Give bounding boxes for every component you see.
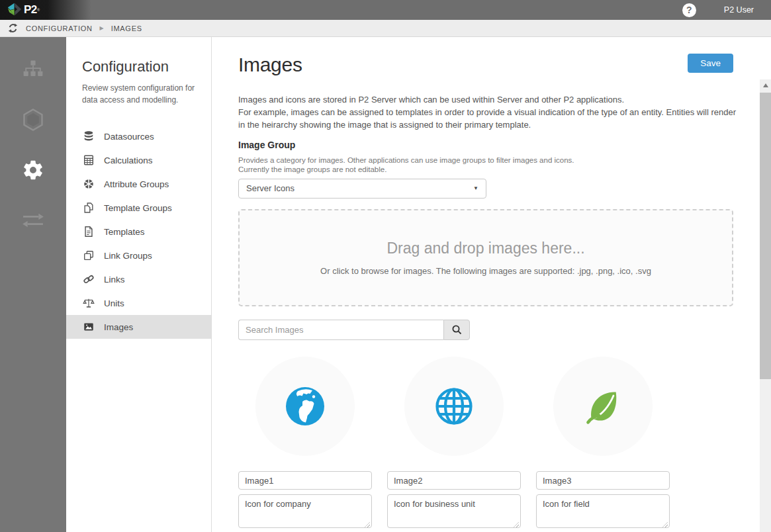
hierarchy-icon: [21, 58, 45, 81]
vertical-scrollbar[interactable]: [760, 79, 771, 532]
image-card-list: Icon for company Icon for business unit: [238, 357, 733, 531]
document-icon: [82, 225, 95, 238]
image-group-desc-line-1: Provides a category for images. Other ap…: [238, 155, 733, 165]
breadcrumb-bar: CONFIGURATION ▶ IMAGES: [0, 20, 771, 37]
p2-logo-text: P2®: [24, 1, 40, 19]
question-mark-icon: ?: [686, 5, 692, 15]
image-group-selected-option: Server Icons: [246, 183, 295, 193]
image-group-label: Image Group: [238, 140, 733, 150]
scrollbar-thumb[interactable]: [760, 93, 771, 379]
intro-text: Images and icons are stored in P2 Server…: [238, 93, 741, 131]
image-card: Icon for field: [536, 357, 670, 531]
sidebar-item-label: Calculations: [104, 155, 153, 165]
image-card: Icon for company: [238, 357, 372, 531]
sidebar-item-template-groups[interactable]: Template Groups: [66, 196, 211, 220]
sidebar-item-label: Links: [104, 275, 125, 285]
p2-logo: P2®: [7, 1, 40, 19]
overlapping-squares-icon: [82, 249, 95, 262]
sidebar-item-attribute-groups[interactable]: Attribute Groups: [66, 172, 211, 196]
sidebar-item-label: Units: [104, 298, 124, 308]
sidebar-item-units[interactable]: Units: [66, 291, 211, 315]
image-name-input[interactable]: [536, 471, 670, 490]
search-icon: [451, 324, 463, 335]
sidebar-menu: Datasources Calculations: [66, 124, 211, 339]
image-description-textarea[interactable]: Icon for field: [536, 494, 670, 528]
scrollbar-up-arrow-icon[interactable]: [763, 83, 768, 87]
intro-line-1: Images and icons are stored in P2 Server…: [238, 93, 741, 106]
image-name-input[interactable]: [238, 471, 372, 490]
transfer-arrows-icon: [21, 211, 46, 230]
leaf-icon: [583, 385, 623, 427]
image-tile: [553, 357, 653, 456]
sidebar-item-label: Datasources: [104, 132, 154, 142]
image-description-textarea[interactable]: Icon for business unit: [387, 494, 521, 528]
hexagon-icon: [20, 107, 46, 133]
search-input[interactable]: [238, 320, 443, 340]
copy-pages-icon: [82, 201, 95, 214]
image-group-description: Provides a category for images. Other ap…: [238, 155, 733, 174]
image-card: Icon for business unit: [387, 357, 521, 531]
sidebar-item-link-groups[interactable]: Link Groups: [66, 244, 211, 267]
chain-link-icon: [82, 273, 95, 286]
sidebar-item-links[interactable]: Links: [66, 267, 211, 291]
sidebar-item-label: Template Groups: [104, 203, 172, 213]
nav-settings-button[interactable]: [19, 157, 48, 183]
user-menu[interactable]: P2 User: [724, 5, 754, 15]
sidebar-item-templates[interactable]: Templates: [66, 220, 211, 244]
image-description-textarea[interactable]: Icon for company: [238, 494, 372, 528]
sidebar-item-calculations[interactable]: Calculations: [66, 148, 211, 172]
image-tile: [404, 357, 504, 456]
dropzone-subtitle: Or click to browse for images. The follo…: [240, 266, 732, 276]
calculator-grid-icon: [82, 154, 95, 167]
breadcrumb-configuration[interactable]: CONFIGURATION: [26, 24, 93, 32]
sidebar-item-images[interactable]: Images: [66, 315, 211, 339]
nav-entities-button[interactable]: [19, 107, 48, 133]
sidebar-description: Review system configuration for data acc…: [82, 82, 203, 106]
sidebar-title: Configuration: [82, 58, 211, 75]
save-button[interactable]: Save: [688, 54, 733, 73]
sidebar-item-datasources[interactable]: Datasources: [66, 124, 211, 148]
database-icon: [82, 130, 95, 143]
image-dropzone[interactable]: Drag and drop images here... Or click to…: [238, 209, 733, 306]
refresh-icon: [8, 23, 18, 33]
breadcrumb-images[interactable]: IMAGES: [111, 24, 142, 32]
nav-transfer-button[interactable]: [19, 207, 48, 234]
nav-hierarchy-button[interactable]: [19, 56, 48, 83]
search-button[interactable]: [443, 320, 470, 340]
page-title: Images: [238, 54, 733, 76]
image-search-bar: [238, 320, 733, 340]
left-nav-rail: [0, 37, 66, 532]
p2-logo-icon: [7, 1, 23, 17]
picture-icon: [82, 320, 95, 333]
chevron-down-icon: ▼: [473, 179, 478, 198]
sidebar-item-label: Attribute Groups: [104, 179, 169, 189]
globe-africa-icon: [284, 385, 326, 427]
balance-scale-icon: [82, 296, 95, 310]
image-group-select[interactable]: Server Icons ▼: [238, 179, 486, 199]
registered-mark: ®: [37, 8, 40, 12]
top-bar: P2® ? P2 User: [0, 0, 771, 20]
dropzone-title: Drag and drop images here...: [240, 240, 732, 257]
gear-icon: [22, 159, 44, 181]
image-group-desc-line-2: Currently the image groups are not edita…: [238, 165, 733, 174]
globe-grid-icon: [433, 385, 475, 427]
help-button[interactable]: ?: [682, 3, 696, 17]
sidebar-item-label: Templates: [104, 227, 145, 237]
sidebar-item-label: Images: [104, 322, 133, 332]
pie-wheel-icon: [82, 177, 95, 191]
refresh-button[interactable]: [8, 23, 18, 33]
intro-line-2: For example, images can be assigned to t…: [238, 106, 741, 131]
image-tile: [255, 357, 355, 456]
main-content: Images Save Images and icons are stored …: [212, 37, 760, 532]
chevron-right-icon: ▶: [100, 25, 104, 31]
image-name-input[interactable]: [387, 471, 521, 490]
configuration-sidebar: Configuration Review system configuratio…: [66, 37, 212, 532]
sidebar-item-label: Link Groups: [104, 251, 152, 261]
